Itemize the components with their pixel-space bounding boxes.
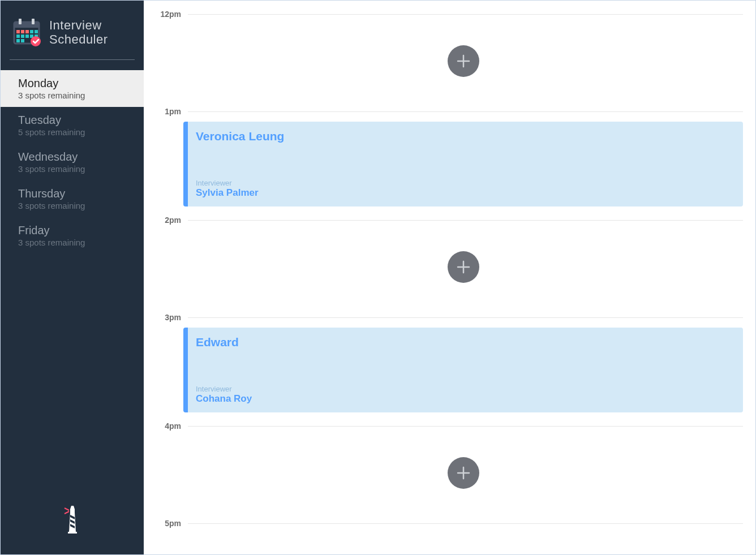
time-slot: 5pm — [156, 515, 743, 554]
slot-divider — [188, 317, 743, 318]
plus-icon — [456, 53, 471, 69]
day-spots: 3 spots remaining — [18, 91, 135, 100]
time-slot: 1pmVeronica LeungInterviewerSylvia Palme… — [156, 104, 743, 212]
slot-time: 4pm — [160, 421, 181, 431]
slot-body — [156, 19, 743, 104]
slot-header: 12pm — [156, 6, 743, 19]
add-appointment-button[interactable] — [448, 45, 479, 77]
appointment-student: Veronica Leung — [196, 130, 732, 143]
slot-time: 5pm — [160, 519, 181, 528]
slot-header: 1pm — [156, 104, 743, 116]
svg-rect-3 — [32, 19, 35, 24]
day-spots: 3 spots remaining — [18, 164, 135, 174]
slot-divider — [188, 426, 743, 427]
svg-rect-15 — [21, 39, 24, 42]
slot-header: 3pm — [156, 309, 743, 322]
day-spots: 5 spots remaining — [18, 127, 135, 137]
slot-body: EdwardInterviewerCohana Roy — [156, 322, 743, 418]
interviewer-name: Cohana Roy — [196, 393, 732, 405]
time-slot: 2pm — [156, 212, 743, 309]
sidebar-separator — [10, 59, 135, 60]
svg-rect-18 — [70, 509, 75, 513]
svg-rect-11 — [25, 35, 29, 38]
interviewer-name: Sylvia Palmer — [196, 187, 732, 199]
svg-rect-5 — [21, 30, 24, 33]
sidebar-item-monday[interactable]: Monday3 spots remaining — [1, 70, 144, 107]
day-name: Monday — [18, 77, 135, 90]
svg-rect-9 — [16, 35, 20, 38]
svg-line-24 — [65, 511, 69, 514]
svg-marker-17 — [70, 506, 75, 509]
calendar-check-icon — [11, 16, 42, 48]
svg-rect-1 — [14, 22, 39, 28]
sidebar-item-tuesday[interactable]: Tuesday5 spots remaining — [1, 107, 144, 144]
time-slot: 3pmEdwardInterviewerCohana Roy — [156, 309, 743, 418]
appointment-card[interactable]: EdwardInterviewerCohana Roy — [183, 328, 743, 412]
slot-body — [156, 225, 743, 309]
time-slot: 12pm — [156, 6, 743, 104]
slot-divider — [188, 523, 743, 524]
slot-time: 3pm — [160, 313, 181, 322]
day-name: Friday — [18, 224, 135, 237]
slot-body: Veronica LeungInterviewerSylvia Palmer — [156, 116, 743, 212]
app-root: Interview Scheduler Monday3 spots remain… — [0, 0, 756, 555]
day-name: Thursday — [18, 187, 135, 200]
app-logo: Interview Scheduler — [1, 1, 144, 55]
sidebar: Interview Scheduler Monday3 spots remain… — [1, 1, 144, 554]
day-name: Tuesday — [18, 114, 135, 127]
svg-rect-7 — [30, 30, 33, 33]
day-spots: 3 spots remaining — [18, 238, 135, 247]
schedule: 12pm1pmVeronica LeungInterviewerSylvia P… — [144, 1, 755, 554]
svg-line-23 — [65, 508, 69, 510]
svg-rect-10 — [21, 35, 24, 38]
app-title-line2: Scheduler — [49, 32, 108, 46]
app-title: Interview Scheduler — [49, 18, 108, 47]
add-appointment-button[interactable] — [448, 457, 479, 489]
appointment-interviewer-block: InterviewerSylvia Palmer — [196, 179, 732, 199]
svg-rect-8 — [35, 30, 38, 33]
svg-rect-14 — [16, 39, 20, 42]
day-list: Monday3 spots remainingTuesday5 spots re… — [1, 70, 144, 254]
slot-time: 1pm — [160, 107, 181, 116]
svg-rect-2 — [19, 19, 22, 24]
svg-point-16 — [31, 36, 41, 46]
slot-header: 2pm — [156, 212, 743, 225]
slot-divider — [188, 220, 743, 221]
sidebar-item-friday[interactable]: Friday3 spots remaining — [1, 217, 144, 254]
slot-time: 2pm — [160, 216, 181, 225]
svg-rect-6 — [25, 30, 29, 33]
appointment-student: Edward — [196, 335, 732, 349]
svg-rect-4 — [16, 30, 20, 33]
footer-logo — [1, 506, 144, 536]
appointment-interviewer-block: InterviewerCohana Roy — [196, 385, 732, 405]
appointment-card[interactable]: Veronica LeungInterviewerSylvia Palmer — [183, 122, 743, 206]
interviewer-label: Interviewer — [196, 385, 732, 393]
slot-body — [156, 431, 743, 515]
svg-rect-25 — [68, 532, 77, 534]
slot-divider — [188, 14, 743, 15]
day-spots: 3 spots remaining — [18, 201, 135, 210]
day-name: Wednesday — [18, 150, 135, 164]
lighthouse-icon — [63, 506, 81, 536]
plus-icon — [456, 259, 471, 275]
add-appointment-button[interactable] — [448, 251, 479, 283]
slot-time: 12pm — [160, 10, 181, 19]
plus-icon — [456, 465, 471, 481]
interviewer-label: Interviewer — [196, 179, 732, 187]
time-slot: 4pm — [156, 418, 743, 515]
slot-header: 4pm — [156, 418, 743, 431]
app-title-line1: Interview — [49, 18, 108, 32]
slot-header: 5pm — [156, 515, 743, 528]
sidebar-item-wednesday[interactable]: Wednesday3 spots remaining — [1, 144, 144, 180]
slot-divider — [188, 111, 743, 112]
sidebar-item-thursday[interactable]: Thursday3 spots remaining — [1, 180, 144, 217]
